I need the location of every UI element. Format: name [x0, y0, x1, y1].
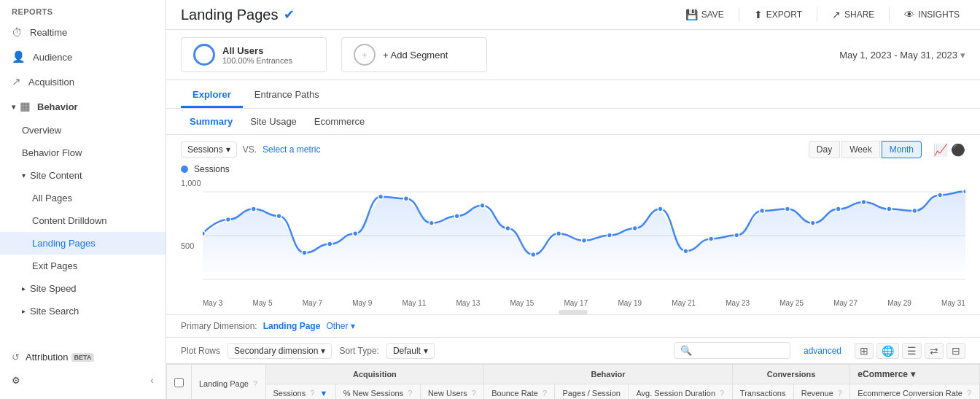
x-axis-label: May 27 — [833, 299, 858, 307]
metric-selector[interactable]: Sessions ▾ — [181, 142, 237, 158]
svg-point-8 — [327, 241, 332, 247]
pct-new-sessions-header[interactable]: % New Sessions ? — [335, 384, 420, 400]
sidebar-item-exit-pages[interactable]: Exit Pages — [0, 255, 166, 277]
list-view-button[interactable]: ☰ — [902, 343, 922, 359]
sidebar-item-audience[interactable]: 👤 Audience — [0, 44, 166, 69]
subtab-summary[interactable]: Summary — [181, 113, 241, 130]
revenue-help[interactable]: ? — [838, 389, 842, 398]
share-button[interactable]: ↗ SHARE — [826, 6, 880, 23]
view-week-button[interactable]: Week — [841, 141, 879, 158]
bounce-rate-help[interactable]: ? — [542, 389, 547, 398]
sessions-help[interactable]: ? — [310, 389, 314, 398]
sidebar-item-acquisition[interactable]: ↗ Acquisition — [0, 69, 166, 94]
line-chart-button[interactable]: 📈 — [933, 143, 948, 157]
ecommerce-conv-header[interactable]: Ecommerce Conversion Rate ? — [850, 384, 980, 400]
sidebar-item-landing-pages[interactable]: Landing Pages — [0, 232, 166, 255]
add-segment-item[interactable]: + + Add Segment — [341, 37, 487, 72]
x-axis-label: May 19 — [618, 299, 642, 307]
sort-selector[interactable]: Default ▾ — [386, 343, 435, 359]
topbar-actions: 💾 SAVE ⬆ EXPORT ↗ SHARE 👁 INSIGHTS — [680, 6, 965, 23]
acquisition-group-header: Acquisition — [265, 365, 484, 384]
compare-view-button[interactable]: ⇄ — [925, 343, 944, 359]
divider2 — [817, 7, 817, 22]
bar-chart-button[interactable]: ⚫ — [951, 143, 965, 157]
site-speed-expand-icon: ▸ — [22, 284, 26, 293]
acquisition-icon: ↗ — [12, 75, 21, 88]
save-button[interactable]: 💾 SAVE — [680, 6, 730, 23]
date-range-arrow: ▾ — [960, 50, 965, 61]
view-month-button[interactable]: Month — [882, 141, 922, 158]
tab-entrance-paths[interactable]: Entrance Paths — [243, 83, 331, 108]
svg-point-25 — [760, 209, 765, 214]
search-icon: 🔍 — [680, 345, 692, 356]
chart-scrollbar[interactable] — [559, 310, 588, 314]
sidebar-item-site-search[interactable]: ▸ Site Search — [0, 300, 166, 322]
subtabs: Summary Site Usage Ecommerce — [166, 109, 980, 135]
select-metric-link[interactable]: Select a metric — [262, 144, 320, 155]
landing-page-header[interactable]: Landing Page ? — [192, 365, 266, 400]
select-all-checkbox[interactable] — [174, 378, 184, 387]
advanced-link[interactable]: advanced — [804, 346, 841, 356]
primary-dim-value[interactable]: Landing Page — [263, 321, 321, 331]
tab-explorer[interactable]: Explorer — [181, 83, 243, 108]
sidebar-item-overview[interactable]: Overview — [0, 119, 166, 142]
collapse-button[interactable]: ‹ — [150, 374, 154, 386]
new-users-header[interactable]: New Users ? — [420, 384, 483, 400]
other-link[interactable]: Other ▾ — [326, 321, 354, 331]
sidebar-item-attribution[interactable]: ↺ Attribution BETA — [0, 346, 166, 368]
secondary-dimension-selector[interactable]: Secondary dimension ▾ — [228, 343, 332, 359]
sidebar-item-all-pages[interactable]: All Pages — [0, 187, 166, 209]
subtab-ecommerce[interactable]: Ecommerce — [306, 113, 373, 130]
avg-session-help[interactable]: ? — [720, 389, 724, 398]
landing-page-help-icon[interactable]: ? — [253, 379, 257, 388]
sidebar-settings[interactable]: ⚙ ‹ — [0, 368, 166, 392]
sidebar-item-site-speed[interactable]: ▸ Site Speed — [0, 277, 166, 300]
svg-point-28 — [836, 206, 841, 212]
ecommerce-selector[interactable]: eCommerce ▾ — [858, 369, 972, 379]
view-day-button[interactable]: Day — [809, 141, 840, 158]
transactions-header[interactable]: Transactions — [732, 384, 793, 400]
avg-session-header[interactable]: Avg. Session Duration ? — [629, 384, 732, 400]
subtab-site-usage[interactable]: Site Usage — [241, 113, 306, 130]
svg-point-32 — [938, 193, 943, 198]
data-table-container: Landing Page ? Acquisition Behavior Conv… — [166, 364, 980, 399]
svg-point-10 — [378, 194, 384, 199]
svg-point-18 — [582, 238, 587, 243]
ecommerce-conv-help[interactable]: ? — [967, 389, 971, 398]
sidebar-item-site-content[interactable]: ▾ Site Content — [0, 164, 166, 187]
vs-label: VS. — [243, 144, 257, 155]
x-axis-label: May 23 — [726, 299, 750, 307]
y-label-top: 1,000 — [181, 179, 201, 187]
dim-dropdown-icon: ▾ — [321, 346, 325, 356]
sidebar: Reports ⏱ Realtime 👤 Audience ↗ Acquisit… — [0, 0, 166, 399]
pivot-view-button[interactable]: ⊟ — [946, 343, 965, 359]
svg-point-22 — [683, 249, 688, 254]
site-search-expand-icon: ▸ — [22, 307, 26, 315]
search-input[interactable] — [696, 346, 784, 356]
legend-label: Sessions — [194, 164, 230, 174]
globe-view-button[interactable]: 🌐 — [876, 343, 899, 359]
chart-legend: Sessions — [181, 164, 965, 177]
beta-badge: BETA — [71, 353, 95, 362]
pct-new-help[interactable]: ? — [408, 389, 412, 398]
new-users-help[interactable]: ? — [472, 389, 476, 398]
sidebar-item-content-drilldown[interactable]: Content Drilldown — [0, 209, 166, 232]
sidebar-item-behavior-flow[interactable]: Behavior Flow — [0, 142, 166, 164]
sidebar-item-behavior[interactable]: ▾ ▦ Behavior — [0, 94, 166, 119]
topbar: Landing Pages ✔ 💾 SAVE ⬆ EXPORT ↗ SHARE … — [166, 0, 980, 30]
chart-container: Sessions 1,000 500 — [166, 164, 980, 314]
insights-button[interactable]: 👁 INSIGHTS — [898, 6, 965, 23]
all-users-segment[interactable]: All Users 100.00% Entrances — [181, 37, 327, 72]
export-button[interactable]: ⬆ EXPORT — [748, 6, 808, 23]
pages-session-header[interactable]: Pages / Session — [555, 384, 629, 400]
revenue-header[interactable]: Revenue ? — [793, 384, 850, 400]
svg-point-12 — [429, 220, 434, 225]
sessions-header[interactable]: Sessions ? ▼ — [265, 384, 335, 400]
verified-icon: ✔ — [284, 7, 295, 23]
sidebar-item-realtime[interactable]: ⏱ Realtime — [0, 20, 166, 44]
bounce-rate-header[interactable]: Bounce Rate ? — [484, 384, 555, 400]
svg-point-26 — [785, 206, 790, 212]
date-range-picker[interactable]: May 1, 2023 - May 31, 2023 ▾ — [839, 50, 965, 61]
grid-view-button[interactable]: ⊞ — [855, 343, 874, 359]
segment-name: All Users — [222, 45, 292, 56]
